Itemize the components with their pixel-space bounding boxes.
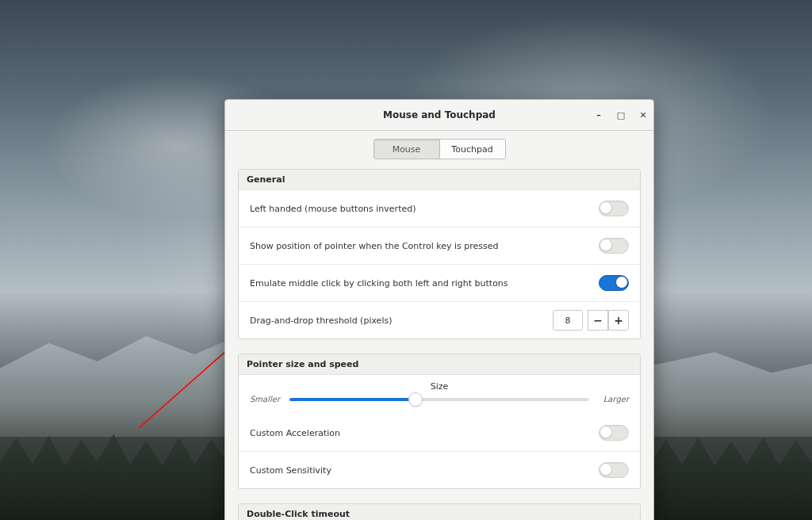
close-icon[interactable]: ✕: [639, 109, 647, 121]
minimize-icon[interactable]: –: [595, 109, 603, 121]
pointer-size-slider[interactable]: [289, 398, 589, 401]
custom-accel-label: Custom Acceleration: [250, 428, 599, 438]
show-pointer-toggle[interactable]: [599, 238, 629, 254]
window-title: Mouse and Touchpad: [233, 109, 645, 120]
group-pointer-title: Pointer size and speed: [239, 354, 640, 375]
pointer-size-label: Size: [250, 381, 629, 392]
left-handed-toggle[interactable]: [599, 201, 629, 216]
drag-threshold-increase-button[interactable]: +: [608, 310, 629, 331]
drag-threshold-value[interactable]: 8: [553, 310, 583, 331]
emulate-middle-toggle[interactable]: [599, 275, 629, 291]
left-handed-label: Left handed (mouse buttons inverted): [250, 204, 599, 214]
group-double-click-title: Double-Click timeout: [239, 504, 640, 520]
pointer-size-min: Smaller: [250, 395, 282, 403]
drag-threshold-decrease-button[interactable]: −: [588, 310, 608, 331]
group-general-title: General: [239, 170, 640, 190]
show-pointer-label: Show position of pointer when the Contro…: [250, 241, 599, 251]
titlebar: Mouse and Touchpad – □ ✕: [225, 100, 653, 131]
tab-touchpad[interactable]: Touchpad: [439, 140, 505, 159]
group-double-click: Double-Click timeout Timeout Short Long …: [238, 503, 641, 520]
custom-sens-toggle[interactable]: [599, 462, 629, 478]
custom-accel-toggle[interactable]: [599, 425, 629, 441]
group-general: General Left handed (mouse buttons inver…: [238, 169, 641, 339]
custom-sens-label: Custom Sensitivity: [250, 465, 599, 476]
settings-window: Mouse and Touchpad – □ ✕ Mouse Touchpad …: [224, 99, 654, 520]
maximize-icon[interactable]: □: [617, 109, 625, 121]
pointer-size-max: Larger: [597, 395, 629, 403]
drag-threshold-label: Drag-and-drop threshold (pixels): [250, 315, 553, 326]
drag-threshold-stepper: 8 − +: [553, 310, 629, 331]
tab-mouse[interactable]: Mouse: [374, 140, 439, 159]
group-pointer: Pointer size and speed Size Smaller Larg…: [238, 354, 641, 489]
tabbar: Mouse Touchpad: [225, 131, 653, 169]
emulate-middle-label: Emulate middle click by clicking both le…: [250, 278, 599, 289]
